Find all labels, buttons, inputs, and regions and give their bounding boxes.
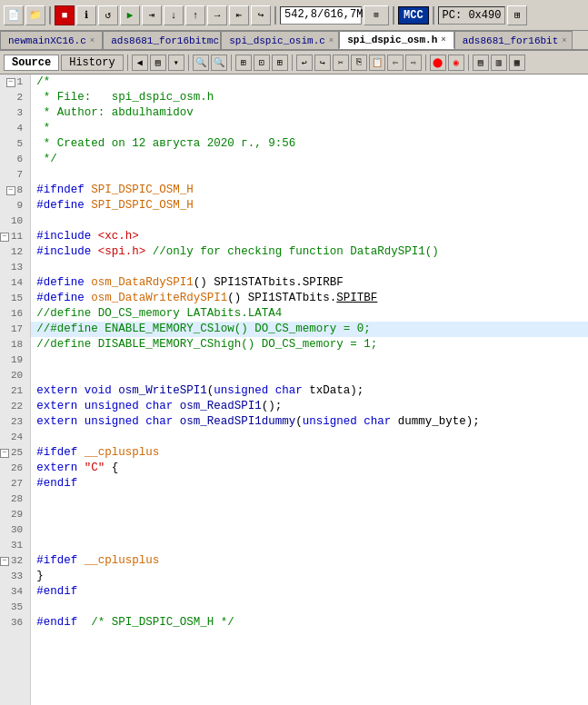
gutter-line-2: 2 <box>0 90 26 105</box>
code-line-36: #endif /* SPI_DSPIC_OSM_H */ <box>31 615 588 631</box>
gutter-line-15: 15 <box>0 291 26 306</box>
code-line-24 <box>31 430 588 445</box>
code-line-16: //define DO_CS_memory LATAbits.LATA4 <box>31 306 588 322</box>
src-cols3-icon[interactable]: ▦ <box>509 55 525 71</box>
src-redo-icon[interactable]: ↪ <box>314 55 331 71</box>
gutter-line-5: 5 <box>0 136 26 152</box>
gutter-line-1: −1 <box>0 74 26 90</box>
tab-close-0[interactable]: × <box>90 36 95 45</box>
src-cols-icon[interactable]: ▤ <box>473 55 489 71</box>
src-sep-2 <box>188 55 189 71</box>
down-icon[interactable]: ↓ <box>164 5 184 25</box>
src-find2-icon[interactable]: ⇨ <box>405 55 422 71</box>
code-line-25: #ifdef __cplusplus <box>31 445 588 461</box>
code-line-15: #define osm_DataWriteRdySPI1() SPI1STATb… <box>31 291 588 306</box>
code-line-30 <box>31 522 588 538</box>
tab-spi-dspic-osim[interactable]: spi_dspic_osim.c × <box>221 31 339 49</box>
code-line-17: //#define ENABLE_MEMORY_CSlow() DO_CS_me… <box>31 322 588 337</box>
stop-icon[interactable]: ■ <box>55 5 75 25</box>
src-paste-icon[interactable]: 📋 <box>369 55 385 71</box>
info-icon[interactable]: ℹ <box>76 5 96 25</box>
device-icon[interactable]: ⊞ <box>364 5 389 25</box>
tab-close-2[interactable]: × <box>329 36 334 45</box>
src-copy-icon[interactable]: ⎘ <box>351 55 367 71</box>
fold-icon-25[interactable]: − <box>0 449 9 458</box>
src-select-icon[interactable]: ⊞ <box>235 55 252 71</box>
code-line-12: #include <spi.h> //only for checking fun… <box>31 244 588 260</box>
tab-close-3[interactable]: × <box>441 35 445 45</box>
code-line-1: /* <box>31 74 588 90</box>
fold-icon-1[interactable]: − <box>6 78 15 87</box>
step-over-icon[interactable]: ↪ <box>251 5 271 25</box>
gutter-line-24: 24 <box>0 430 26 445</box>
up-icon[interactable]: ↑ <box>185 5 205 25</box>
code-lines[interactable]: /* * File: spi_dspic_osm.h * Author: abd… <box>31 74 588 705</box>
code-line-7 <box>31 167 588 183</box>
gutter-line-16: 16 <box>0 306 26 322</box>
arrow-right-icon[interactable]: → <box>207 5 227 25</box>
code-line-10 <box>31 213 588 229</box>
tab-source[interactable]: Source <box>4 55 59 71</box>
file-tabs: newmainXC16.c × ads8681_for16bitmcu_osm.… <box>0 31 588 51</box>
src-select2-icon[interactable]: ⊡ <box>254 55 270 71</box>
src-view-icon[interactable]: ▤ <box>150 55 166 71</box>
fold-icon-11[interactable]: − <box>0 233 9 242</box>
src-stop-icon[interactable]: ⬤ <box>430 55 446 71</box>
gutter-line-3: 3 <box>0 105 26 121</box>
code-line-9: #define SPI_DSPIC_OSM_H <box>31 198 588 213</box>
run-icon[interactable]: ▶ <box>120 5 140 25</box>
code-line-29 <box>31 507 588 522</box>
gutter-line-10: 10 <box>0 213 26 229</box>
src-sep-6 <box>468 55 469 71</box>
tab-history[interactable]: History <box>61 55 123 71</box>
toolbar-sep-2 <box>274 6 276 25</box>
src-zoom-in-icon[interactable]: 🔍 <box>211 55 227 71</box>
gutter-line-13: 13 <box>0 260 26 275</box>
tab-close-4[interactable]: × <box>562 36 566 45</box>
src-cols2-icon[interactable]: ▥ <box>491 55 507 71</box>
code-line-22: extern unsigned char osm_ReadSPI1(); <box>31 399 588 414</box>
src-dropdown-icon[interactable]: ▾ <box>168 55 184 71</box>
src-cut-icon[interactable]: ✂ <box>333 55 349 71</box>
src-undo-icon[interactable]: ↩ <box>296 55 313 71</box>
gutter-line-21: 21 <box>0 383 26 399</box>
refresh-icon[interactable]: ↺ <box>98 5 118 25</box>
fold-icon-8[interactable]: − <box>6 186 15 195</box>
step-out-icon[interactable]: ⇤ <box>229 5 249 25</box>
gutter-line-8: −8 <box>0 183 26 198</box>
code-line-32: #ifdef __cplusplus <box>31 553 588 569</box>
mcc-button[interactable]: MCC <box>398 6 429 25</box>
fold-icon-32[interactable]: − <box>0 557 9 566</box>
gutter-line-34: 34 <box>0 584 26 600</box>
code-line-21: extern void osm_WriteSPI1(unsigned char … <box>31 383 588 399</box>
gutter-line-26: 26 <box>0 461 26 476</box>
code-line-35 <box>31 600 588 615</box>
code-line-28 <box>31 492 588 507</box>
src-stop2-icon[interactable]: ◉ <box>448 55 464 71</box>
code-line-34: #endif <box>31 584 588 600</box>
expand-icon[interactable]: ⊞ <box>507 5 527 25</box>
gutter-line-30: 30 <box>0 522 26 538</box>
code-line-3: * Author: abdulhamidov <box>31 105 588 121</box>
code-line-4: * <box>31 121 588 136</box>
step-icon[interactable]: ⇥ <box>142 5 162 25</box>
src-zoom-out-icon[interactable]: 🔍 <box>193 55 209 71</box>
src-find-icon[interactable]: ⇦ <box>387 55 404 71</box>
src-sep-5 <box>425 55 426 71</box>
tab-ads8681[interactable]: ads8681_for16bitmcu_osm.c × <box>103 31 221 49</box>
tab-newmainXC16[interactable]: newmainXC16.c × <box>0 31 103 49</box>
gutter-line-17: 17 <box>0 322 26 337</box>
code-line-11: #include <xc.h> <box>31 229 588 244</box>
code-line-8: #ifndef SPI_DSPIC_OSM_H <box>31 183 588 198</box>
code-line-2: * File: spi_dspic_osm.h <box>31 90 588 105</box>
src-back-icon[interactable]: ◀ <box>132 55 148 71</box>
code-line-26: extern "C" { <box>31 461 588 476</box>
new-file-icon[interactable]: 📄 <box>4 5 24 25</box>
folder-icon[interactable]: 📁 <box>25 5 45 25</box>
src-sep-3 <box>231 55 232 71</box>
code-line-14: #define osm_DataRdySPI1() SPI1STATbits.S… <box>31 275 588 291</box>
tab-ads8681-16bit[interactable]: ads8681_for16bit × <box>454 31 573 49</box>
tab-spi-dspic-osm-h[interactable]: spi_dspic_osm.h × <box>339 31 453 49</box>
src-grid-icon[interactable]: ⊞ <box>272 55 288 71</box>
top-toolbar: 📄 📁 ■ ℹ ↺ ▶ ⇥ ↓ ↑ → ⇤ ↪ 542,8/616,7MB ⊞ … <box>0 0 588 31</box>
